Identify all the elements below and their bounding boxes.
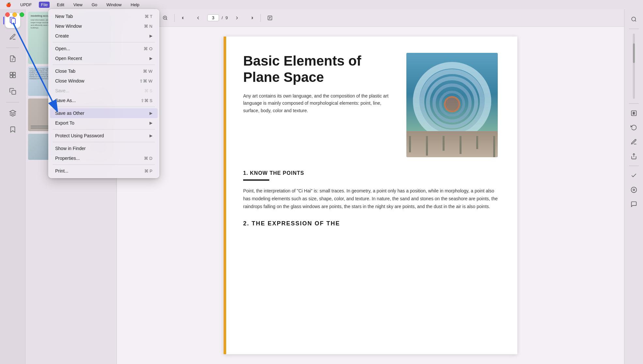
search-right-button[interactable]: [628, 13, 640, 25]
menu-item-new-tab[interactable]: New Tab ⌘ T: [50, 11, 158, 21]
svg-rect-5: [13, 72, 15, 75]
view-menu[interactable]: View: [71, 2, 85, 8]
menu-item-protect-password[interactable]: Protect Using Password ▶: [50, 131, 158, 141]
svg-point-29: [633, 189, 635, 191]
pdf-title: Basic Elements of Plane Space: [243, 53, 393, 86]
minimize-button[interactable]: [12, 12, 17, 17]
section1-title: 1. KNOW THE POINTS: [243, 170, 498, 176]
menu-item-properties-shortcut: ⌘ D: [144, 156, 152, 161]
menu-item-new-window-label: New Window: [55, 23, 82, 29]
scrollbar-thumb[interactable]: [633, 43, 635, 63]
menu-item-save-label: Save...: [55, 88, 70, 93]
pdf-content[interactable]: Basic Elements of Plane Space Any art co…: [117, 27, 624, 364]
menu-item-open[interactable]: Open... ⌘ O: [50, 44, 158, 53]
last-page-button[interactable]: [246, 13, 257, 23]
left-sidebar: [0, 9, 25, 364]
app-window: 🍎 UPDF File Edit View Go Window Help: [0, 0, 643, 364]
system-menubar: 🍎 UPDF File Edit View Go Window Help: [0, 0, 643, 9]
svg-line-25: [635, 20, 636, 21]
svg-line-15: [166, 19, 167, 20]
menu-item-close-window[interactable]: Close Window ⇧⌘ W: [50, 76, 158, 86]
window-menu[interactable]: Window: [104, 2, 123, 8]
sidebar-divider-1: [6, 48, 19, 48]
pdf-title-area: Basic Elements of Plane Space Any art co…: [243, 53, 393, 114]
menu-item-create-label: Create: [55, 33, 69, 38]
toolbar-divider-2: [260, 14, 261, 22]
pdf-cover-image: [406, 53, 498, 157]
toolbar: 92%: [117, 9, 624, 27]
menu-item-open-label: Open...: [55, 46, 70, 51]
menu-item-new-tab-label: New Tab: [55, 14, 73, 19]
edit-menu[interactable]: Edit: [55, 2, 66, 8]
right-divider-top: [629, 29, 639, 29]
menu-item-properties[interactable]: Properties... ⌘ D: [50, 153, 158, 163]
menu-sep-6: [53, 164, 155, 165]
menu-item-show-finder[interactable]: Show in Finder: [50, 144, 158, 153]
menu-item-save-as-other[interactable]: Save as Other ▶: [50, 108, 158, 118]
maximize-button[interactable]: [20, 12, 24, 17]
sidebar-item-annotate[interactable]: [5, 51, 20, 66]
sidebar-divider-2: [6, 102, 19, 102]
menu-sep-2: [53, 65, 155, 65]
sidebar-item-copy[interactable]: [5, 84, 20, 99]
first-page-button[interactable]: [179, 13, 189, 23]
share-button[interactable]: [628, 150, 640, 162]
svg-marker-9: [9, 110, 15, 113]
menu-item-print-shortcut: ⌘ P: [144, 169, 152, 174]
menu-item-save[interactable]: Save... ⌘ S: [50, 86, 158, 96]
menu-item-export-to[interactable]: Export To ▶: [50, 118, 158, 128]
menu-item-close-tab-label: Close Tab: [55, 68, 75, 74]
right-scrollbar[interactable]: [633, 34, 635, 99]
menu-item-save-as[interactable]: Save As... ⇧⌘ S: [50, 96, 158, 105]
menu-item-save-as-label: Save As...: [55, 98, 76, 103]
menu-item-show-finder-label: Show in Finder: [55, 146, 86, 151]
menu-item-new-window[interactable]: New Window ⌘ N: [50, 21, 158, 31]
traffic-lights-overlay: [5, 12, 24, 17]
menu-item-open-recent-arrow: ▶: [149, 56, 152, 61]
help-menu[interactable]: Help: [129, 2, 141, 8]
sidebar-item-layers[interactable]: [5, 106, 20, 121]
convert-button[interactable]: [628, 121, 640, 134]
menu-item-new-window-shortcut: ⌘ N: [144, 24, 152, 29]
apple-menu[interactable]: 🍎: [4, 2, 13, 8]
zoom-in-button[interactable]: [160, 13, 170, 23]
menu-item-protect-password-arrow: ▶: [149, 133, 152, 138]
close-button[interactable]: [5, 12, 10, 17]
approve-button[interactable]: [628, 169, 640, 182]
menu-item-properties-label: Properties...: [55, 156, 80, 161]
menu-item-print[interactable]: Print... ⌘ P: [50, 166, 158, 176]
sidebar-item-edit[interactable]: [5, 29, 20, 44]
go-menu[interactable]: Go: [90, 2, 99, 8]
menu-item-open-recent-label: Open Recent: [55, 56, 82, 61]
disk-button[interactable]: [628, 184, 640, 196]
right-divider-bot: [629, 166, 639, 166]
menu-item-export-to-arrow: ▶: [149, 121, 152, 125]
svg-rect-4: [10, 72, 12, 75]
menu-item-save-as-shortcut: ⇧⌘ S: [141, 98, 152, 103]
sidebar-item-bookmark[interactable]: [5, 122, 20, 137]
sign-button[interactable]: [628, 136, 640, 148]
menu-item-create[interactable]: Create ▶: [50, 31, 158, 41]
menu-item-print-label: Print...: [55, 168, 68, 174]
prev-page-button[interactable]: [193, 13, 203, 23]
next-page-button[interactable]: [232, 13, 242, 23]
menu-sep-1: [53, 42, 155, 42]
section2-title: 2. THE EXPRESSION OF THE: [243, 220, 498, 227]
toolbar-divider-1: [174, 14, 175, 22]
comment-button[interactable]: [628, 198, 640, 210]
menu-item-close-window-shortcut: ⇧⌘ W: [139, 79, 152, 83]
section1-line: [243, 179, 269, 181]
svg-rect-6: [10, 75, 12, 78]
sidebar-item-pages[interactable]: [5, 68, 20, 83]
file-menu[interactable]: File: [39, 2, 50, 8]
menu-item-close-tab[interactable]: Close Tab ⌘ W: [50, 66, 158, 76]
ocr-button[interactable]: [628, 107, 640, 119]
fit-page-button[interactable]: [265, 13, 275, 23]
menu-item-open-recent[interactable]: Open Recent ▶: [50, 53, 158, 63]
menu-sep-4: [53, 129, 155, 129]
menu-item-close-window-label: Close Window: [55, 78, 84, 83]
page-input[interactable]: [207, 14, 219, 21]
svg-rect-1: [11, 19, 15, 24]
app-name-menu[interactable]: UPDF: [18, 2, 34, 8]
svg-point-28: [631, 187, 636, 193]
